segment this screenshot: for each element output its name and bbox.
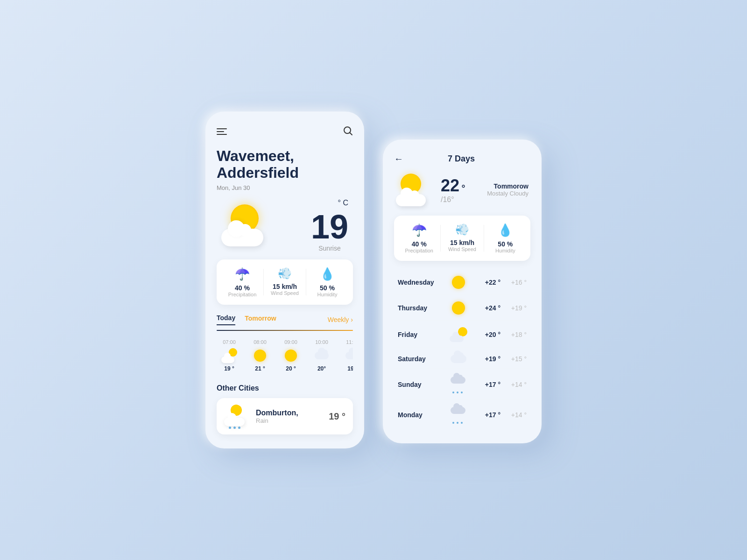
day-low: +15 ° <box>508 355 527 363</box>
day-name: Friday <box>398 331 440 338</box>
hour-time: 11:00 <box>340 339 353 345</box>
hour-time: 07:00 <box>217 339 242 345</box>
mini-cloud <box>221 357 234 363</box>
right-umbrella-icon: ☂️ <box>398 223 440 238</box>
hour-time: 09:00 <box>278 339 303 345</box>
condition-label: Sunrise <box>311 245 348 252</box>
day-high: +22 ° <box>477 279 500 286</box>
day-row-monday: Monday +17 ° +14 ° <box>394 400 530 429</box>
day-row-sunday: Sunday +17 ° +14 ° <box>394 370 530 399</box>
day-low: +14 ° <box>508 381 527 388</box>
left-header <box>217 126 353 138</box>
hour-icon <box>340 348 353 364</box>
chevron-right-icon: › <box>351 316 353 323</box>
right-phone: ← 7 Days 22 ° /16° Tommorow Mostaly Clou… <box>383 140 542 443</box>
right-wind-icon: 💨 <box>441 223 483 236</box>
precipitation-stat: ☂️ 40 % Precipitation <box>221 267 263 297</box>
hour-icon <box>278 348 303 364</box>
rain-drops <box>452 422 463 424</box>
day-icon-wrap <box>440 376 477 393</box>
day-cloud-icon <box>451 355 466 363</box>
main-weather-icon <box>221 204 277 246</box>
wind-icon: 💨 <box>264 267 306 280</box>
hour-temp: 20 ° <box>278 365 303 372</box>
city-card-domburton[interactable]: Domburton, Rain 19 ° <box>217 398 353 434</box>
tomorrow-card: 22 ° /16° Tommorow Mostaly Cloudy <box>394 174 530 206</box>
drop-icon: 💧 <box>306 267 348 281</box>
tab-today[interactable]: Today <box>217 314 235 325</box>
hour-time: 08:00 <box>247 339 273 345</box>
day-row-wednesday: Wednesday +22 ° +16 ° <box>394 270 530 295</box>
day-temps: +19 ° +15 ° <box>477 355 527 363</box>
right-precip-stat: ☂️ 40 % Precipitation <box>398 223 440 253</box>
day-cloud-rain-icon <box>451 376 466 393</box>
city-cloud <box>224 418 245 426</box>
right-humidity-value: 50 % <box>484 240 527 248</box>
tomorrow-temp: 22 ° /16° <box>441 176 479 204</box>
left-phone: Wavemeet, Addersfield Mon, Jun 30 ° C 19… <box>205 112 364 449</box>
city-card-condition: Rain <box>256 417 322 424</box>
day-name: Monday <box>398 411 440 419</box>
day-row-saturday: Saturday +19 ° +15 ° <box>394 349 530 369</box>
hourly-scroll: 07:00 19 ° 08:00 21 ° 09:00 <box>217 337 353 374</box>
menu-icon[interactable] <box>217 128 227 135</box>
tabs: Today Tomorrow Weekly › <box>217 314 353 325</box>
wind-stat: 💨 15 km/h Wind Speed <box>264 267 306 297</box>
day-name: Sunday <box>398 381 440 388</box>
day-cr-cloud <box>451 377 465 384</box>
right-wind-label: Wind Speed <box>441 246 483 252</box>
right-wind-stat: 💨 15 km/h Wind Speed <box>441 223 483 253</box>
day-icon-wrap <box>440 327 477 342</box>
hour-item-0800: 08:00 21 ° <box>247 339 273 372</box>
day-high: +17 ° <box>477 411 500 419</box>
rain-drops <box>452 392 463 393</box>
hour-temp: 21 ° <box>247 365 273 372</box>
right-drop-icon: 💧 <box>484 223 527 238</box>
hour-item-1000: 10:00 20° <box>309 339 334 372</box>
day-low: +18 ° <box>508 331 527 338</box>
tmrw-high: 22 <box>441 176 459 195</box>
date-text: Mon, Jun 30 <box>217 184 353 191</box>
right-stats-bar: ☂️ 40 % Precipitation 💨 15 km/h Wind Spe… <box>394 216 530 261</box>
tomorrow-weather-icon <box>396 174 433 206</box>
day-icon-wrap <box>440 355 477 363</box>
temperature-block: ° C 19 Sunrise <box>311 199 348 252</box>
mini-sun-cloud-icon <box>221 348 237 363</box>
wind-value: 15 km/h <box>264 283 306 290</box>
tab-weekly[interactable]: Weekly › <box>328 316 353 323</box>
other-cities-title: Other Cities <box>217 384 353 392</box>
page-title: 7 Days <box>448 154 475 164</box>
city-card-temp: 19 ° <box>329 411 345 422</box>
day-sun-cloud-icon <box>450 327 467 342</box>
cloud-icon <box>221 229 263 246</box>
day-sun-icon <box>452 276 465 289</box>
mini-sun-icon <box>254 350 266 362</box>
mini-sun-icon <box>285 350 297 362</box>
phones-container: Wavemeet, Addersfield Mon, Jun 30 ° C 19… <box>205 112 542 449</box>
weather-main: ° C 19 Sunrise <box>217 199 353 252</box>
hour-item-0700: 07:00 19 ° <box>217 339 242 372</box>
day-cloud-rain-icon <box>451 406 466 424</box>
precip-label: Precipitation <box>221 292 263 297</box>
day-temps: +22 ° +16 ° <box>477 279 527 286</box>
day-low: +16 ° <box>508 279 527 286</box>
tomorrow-info: Tommorow Mostaly Cloudy <box>487 182 529 197</box>
tab-tomorrow[interactable]: Tomorrow <box>245 315 276 325</box>
city-info: Domburton, Rain <box>256 409 322 424</box>
day-high: +20 ° <box>477 331 500 338</box>
mini-cloud-icon <box>345 352 353 359</box>
back-button[interactable]: ← <box>394 154 403 164</box>
search-icon[interactable] <box>343 126 353 138</box>
day-name: Wednesday <box>398 279 440 286</box>
day-name: Thursday <box>398 304 440 312</box>
hour-time: 10:00 <box>309 339 334 345</box>
tomorrow-condition: Mostaly Cloudy <box>487 190 529 197</box>
city-card-weather-icon <box>224 405 249 428</box>
humidity-label: Humidity <box>306 292 348 297</box>
hour-temp: 20° <box>309 365 334 372</box>
day-sc-cloud <box>450 336 464 342</box>
day-low: +14 ° <box>508 411 527 419</box>
tab-underline <box>217 330 353 331</box>
day-high: +24 ° <box>477 304 500 312</box>
day-icon-wrap <box>440 301 477 315</box>
